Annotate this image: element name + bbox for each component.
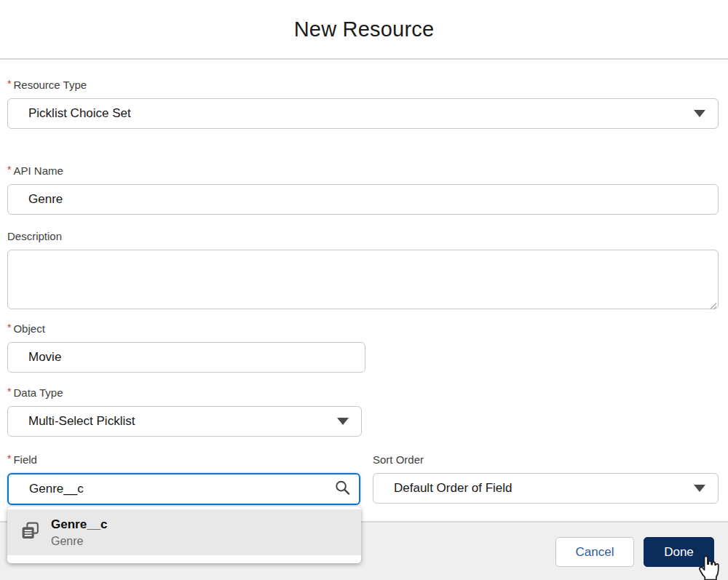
data-type-combobox[interactable]: Multi-Select Picklist	[7, 406, 362, 437]
suggestion-text: Genre__c Genre	[51, 516, 108, 549]
picklist-type-icon	[20, 521, 40, 544]
sort-order-field-group: Sort Order Default Order of Field	[373, 453, 719, 504]
chevron-down-icon	[337, 418, 349, 425]
description-textarea-wrap	[7, 250, 719, 312]
chevron-down-icon	[694, 110, 705, 117]
api-name-label: *API Name	[7, 164, 719, 177]
sort-order-value: Default Order of Field	[394, 481, 513, 496]
field-search-wrap	[7, 473, 360, 505]
object-input[interactable]	[7, 342, 365, 373]
required-asterisk: *	[7, 322, 11, 333]
description-textarea[interactable]	[7, 250, 719, 309]
done-button[interactable]: Done	[644, 537, 714, 567]
suggestion-title: Genre__c	[51, 516, 108, 533]
sort-order-combobox[interactable]: Default Order of Field	[373, 473, 719, 504]
modal-title: New Resource	[294, 17, 435, 41]
data-type-field-group: *Data Type Multi-Select Picklist	[7, 386, 362, 437]
required-asterisk: *	[7, 453, 11, 464]
field-search-input[interactable]	[7, 473, 360, 505]
resource-type-field-group: *Resource Type Picklist Choice Set	[7, 79, 719, 129]
field-field-group: *Field	[7, 453, 360, 505]
required-asterisk: *	[7, 386, 11, 397]
new-resource-modal: New Resource *Resource Type Picklist Cho…	[0, 0, 728, 580]
data-type-label: *Data Type	[7, 386, 362, 399]
data-type-value: Multi-Select Picklist	[28, 414, 135, 429]
resource-type-value: Picklist Choice Set	[28, 106, 131, 121]
object-label: *Object	[7, 322, 365, 335]
api-name-field-group: *API Name	[7, 164, 719, 215]
object-field-group: *Object	[7, 322, 365, 373]
field-label: *Field	[7, 453, 360, 466]
api-name-input[interactable]	[7, 184, 719, 215]
modal-header: New Resource	[0, 0, 728, 60]
required-asterisk: *	[7, 164, 11, 175]
description-label: Description	[7, 230, 719, 242]
suggestion-item-genre[interactable]: Genre__c Genre	[7, 509, 361, 555]
search-icon	[334, 480, 351, 499]
resource-type-label: *Resource Type	[7, 79, 719, 91]
required-asterisk: *	[7, 78, 11, 90]
description-field-group: Description	[7, 230, 719, 312]
suggestion-subtitle: Genre	[51, 533, 108, 549]
field-suggestions-panel: Genre__c Genre	[7, 506, 361, 563]
chevron-down-icon	[694, 485, 705, 492]
sort-order-label: Sort Order	[373, 453, 719, 466]
resource-type-combobox[interactable]: Picklist Choice Set	[7, 98, 719, 129]
cancel-button[interactable]: Cancel	[555, 537, 634, 567]
